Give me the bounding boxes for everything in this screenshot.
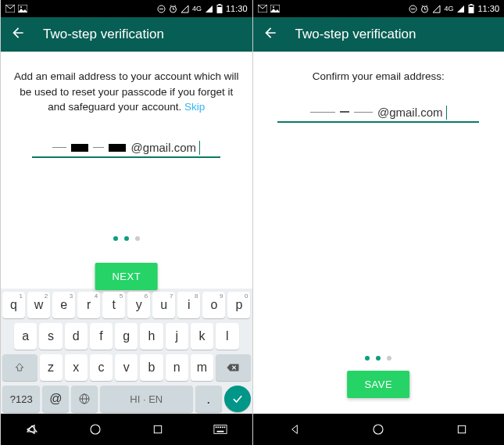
save-button[interactable]: SAVE	[347, 371, 409, 398]
email-input[interactable]: @gmail.com	[32, 137, 220, 158]
nav-keyboard-button[interactable]	[213, 422, 228, 437]
key-w[interactable]: w2	[27, 292, 50, 318]
svg-line-9	[174, 5, 176, 6]
battery-icon	[468, 4, 474, 13]
svg-rect-39	[459, 425, 466, 432]
signal-triangle-icon	[432, 5, 441, 13]
key-b[interactable]: b	[140, 354, 163, 381]
key-t[interactable]: t5	[102, 292, 125, 318]
svg-rect-20	[218, 426, 220, 428]
space-key[interactable]: HI · EN	[100, 386, 193, 412]
svg-line-8	[170, 5, 172, 6]
key-f[interactable]: f	[90, 323, 113, 350]
key-z[interactable]: z	[40, 354, 63, 381]
key-k[interactable]: k	[191, 323, 213, 350]
next-button[interactable]: NEXT	[95, 263, 158, 290]
shift-key[interactable]	[2, 354, 38, 381]
svg-point-2	[20, 6, 22, 8]
text-cursor	[446, 106, 447, 120]
navigation-bar	[1, 414, 252, 445]
status-bar: 4G 11:30	[1, 0, 252, 17]
email-suffix: @gmail.com	[377, 106, 443, 119]
step-indicator	[365, 356, 391, 361]
globe-key[interactable]	[71, 386, 98, 412]
redacted-segment	[71, 144, 88, 152]
key-n[interactable]: n	[166, 354, 188, 381]
email-suffix: @gmail.com	[130, 141, 196, 154]
svg-rect-11	[218, 4, 220, 5]
step-dot	[376, 356, 381, 361]
back-arrow-icon[interactable]	[263, 25, 278, 45]
svg-rect-36	[470, 4, 473, 5]
key-r[interactable]: r4	[77, 292, 100, 318]
nav-recent-button[interactable]	[150, 422, 166, 437]
key-y[interactable]: y6	[127, 292, 150, 318]
svg-rect-17	[154, 425, 161, 432]
alarm-icon	[169, 5, 177, 13]
key-x[interactable]: x	[65, 354, 88, 381]
redacted-segment	[310, 111, 335, 113]
key-q[interactable]: q1	[2, 292, 25, 318]
backspace-key[interactable]	[216, 354, 251, 381]
svg-rect-12	[217, 7, 222, 13]
nav-home-button[interactable]	[88, 422, 103, 437]
navigation-bar	[253, 414, 505, 445]
dnd-icon	[157, 5, 166, 13]
svg-line-34	[427, 5, 428, 6]
signal-icon	[456, 5, 465, 13]
key-e[interactable]: e3	[52, 292, 75, 318]
svg-point-16	[91, 425, 100, 434]
instruction-text: Add an email address to your account whi…	[12, 69, 241, 115]
gmail-icon	[258, 5, 267, 13]
key-p[interactable]: p0	[227, 292, 250, 318]
svg-rect-24	[217, 431, 224, 432]
nav-back-button[interactable]	[287, 422, 302, 437]
alarm-icon	[420, 5, 429, 13]
svg-rect-18	[214, 425, 227, 434]
key-v[interactable]: v	[115, 354, 138, 381]
key-c[interactable]: c	[90, 354, 113, 381]
status-time: 11:30	[226, 4, 248, 13]
svg-line-33	[422, 5, 424, 6]
symbols-key[interactable]: ?123	[2, 386, 40, 412]
period-key[interactable]: .	[195, 386, 222, 412]
redacted-segment	[340, 111, 349, 113]
signal-icon	[205, 5, 213, 13]
enter-key[interactable]	[224, 386, 251, 412]
key-l[interactable]: l	[216, 323, 238, 350]
picture-icon	[270, 5, 280, 13]
soft-keyboard: q1w2e3r4t5y6u7i8o9p0 asdfghjkl zxcvbnm ?…	[1, 289, 252, 414]
key-g[interactable]: g	[115, 323, 138, 350]
redacted-segment	[109, 144, 126, 152]
nav-recent-button[interactable]	[454, 422, 470, 437]
svg-rect-22	[222, 426, 223, 428]
key-a[interactable]: a	[14, 323, 37, 350]
nav-home-button[interactable]	[370, 422, 386, 437]
key-u[interactable]: u7	[152, 292, 175, 318]
svg-rect-23	[224, 426, 226, 428]
app-bar: Two-step verification	[1, 17, 252, 52]
skip-link[interactable]: Skip	[184, 101, 205, 113]
network-label: 4G	[444, 5, 453, 13]
redacted-segment	[354, 111, 373, 113]
step-dot	[113, 236, 118, 241]
key-i[interactable]: i8	[177, 292, 200, 318]
svg-rect-37	[469, 7, 474, 13]
back-arrow-icon[interactable]	[10, 25, 26, 45]
status-time: 11:30	[477, 4, 499, 13]
email-input[interactable]: @gmail.com	[277, 102, 479, 123]
nav-back-button[interactable]	[24, 422, 40, 437]
at-key[interactable]: @	[42, 386, 69, 412]
step-dot	[365, 356, 370, 361]
svg-point-27	[273, 6, 274, 8]
picture-icon	[18, 5, 27, 13]
key-d[interactable]: d	[65, 323, 88, 350]
key-h[interactable]: h	[140, 323, 163, 350]
redacted-segment	[93, 146, 104, 148]
step-dot	[124, 236, 129, 241]
network-label: 4G	[192, 5, 202, 13]
key-m[interactable]: m	[191, 354, 213, 381]
key-s[interactable]: s	[39, 323, 62, 350]
key-j[interactable]: j	[166, 323, 188, 350]
key-o[interactable]: o9	[202, 292, 225, 318]
